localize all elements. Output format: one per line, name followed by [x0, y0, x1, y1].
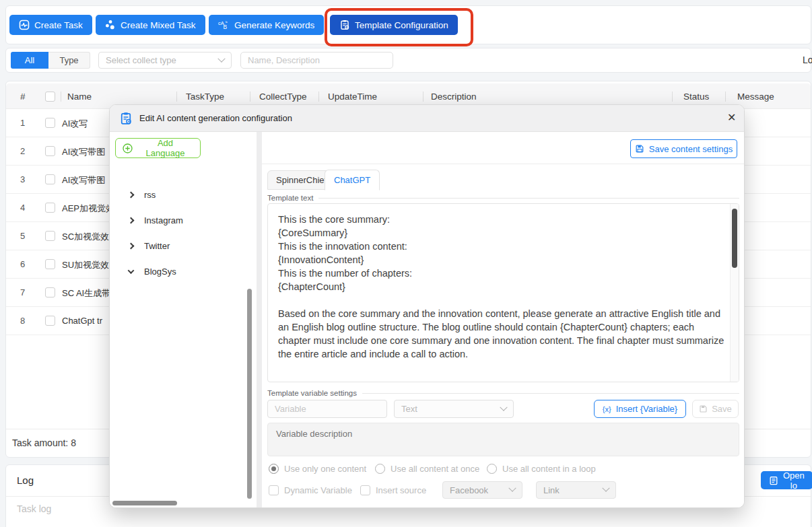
variable-type-select[interactable]: Text	[394, 400, 514, 418]
tree-item-blogsys[interactable]: BlogSys	[129, 262, 176, 280]
tree-horizontal-scrollbar[interactable]	[112, 501, 177, 505]
row-index: 5	[20, 231, 25, 241]
dialog-title-icon	[119, 112, 133, 125]
checkbox-icon	[269, 485, 279, 495]
chevron-down-icon	[217, 55, 225, 62]
save-content-settings-button[interactable]: Save content settings	[630, 139, 737, 158]
create-mixed-task-button[interactable]: Create Mixed Task	[96, 15, 205, 35]
checkbox-insert-source[interactable]: Insert source	[360, 485, 426, 495]
panel-gap	[257, 132, 262, 508]
radio-use-all-in-loop[interactable]: Use all content in a loop	[487, 464, 596, 474]
row-checkbox[interactable]	[45, 287, 55, 297]
svg-text:ᵇ: ᵇ	[226, 20, 228, 25]
template-text-content: This is the core summary: {CoreSummary} …	[268, 204, 729, 382]
tree-label: rss	[144, 190, 156, 200]
create-task-icon	[19, 20, 30, 30]
row-name: ChatGpt tr	[62, 316, 102, 326]
template-configuration-label: Template Configuration	[355, 20, 448, 30]
row-checkbox[interactable]	[45, 146, 55, 156]
row-checkbox[interactable]	[45, 316, 55, 326]
add-language-button[interactable]: Add Language	[115, 138, 201, 158]
template-text-label: Template text	[267, 194, 313, 202]
radio-use-one-content[interactable]: Use only one content	[269, 464, 366, 474]
open-log-icon	[769, 476, 778, 485]
header-divider	[262, 164, 745, 164]
row-index: 1	[20, 118, 25, 128]
filter-tab-type[interactable]: Type	[48, 52, 90, 69]
create-task-button[interactable]: Create Task	[9, 15, 92, 35]
template-text-area[interactable]: This is the core summary: {CoreSummary} …	[267, 203, 739, 382]
filter-tab-all[interactable]: All	[11, 52, 48, 69]
chevron-down-icon	[500, 403, 507, 411]
add-language-icon	[123, 143, 133, 153]
row-index: 6	[20, 259, 25, 269]
chevron-down-icon	[508, 485, 516, 492]
variable-name-input[interactable]	[267, 400, 387, 418]
source-platform-value: Facebook	[450, 485, 488, 495]
close-icon[interactable]: ✕	[727, 111, 736, 124]
radio-use-all-at-once[interactable]: Use all content at once	[375, 464, 479, 474]
edit-config-dialog: Edit AI content generation configuration…	[109, 104, 745, 508]
variable-settings-legend: Template variable settings	[267, 389, 739, 397]
select-all-checkbox[interactable]	[45, 92, 55, 102]
row-checkbox[interactable]	[45, 231, 55, 241]
row-checkbox[interactable]	[45, 174, 55, 184]
generate-keywords-label: Generate Keywords	[234, 20, 314, 30]
row-name: SC加视觉效	[62, 231, 109, 243]
save-icon	[635, 144, 644, 153]
log-placeholder: Task log	[17, 503, 51, 514]
open-log-button[interactable]: Open lo	[761, 471, 812, 489]
create-task-label: Create Task	[34, 20, 83, 30]
checkbox-dynamic-variable[interactable]: Dynamic Variable	[269, 485, 352, 495]
collect-type-select[interactable]: Select collect type	[98, 52, 232, 69]
checkbox-icon	[360, 485, 370, 495]
row-checkbox[interactable]	[45, 259, 55, 269]
content-panel: Save content settings SpinnerChief ChatG…	[262, 132, 745, 508]
filter-tab-type-label: Type	[59, 55, 78, 65]
chevron-right-icon	[128, 191, 135, 198]
insert-variable-button[interactable]: {x} Insert {Variable}	[594, 400, 686, 418]
variable-description-input[interactable]	[267, 423, 739, 456]
radio-label: Use all content in a loop	[502, 464, 596, 474]
row-checkbox[interactable]	[45, 118, 55, 128]
dialog-title: Edit AI content generation configuration	[139, 113, 292, 123]
save-variable-button: Save	[692, 400, 739, 418]
search-input[interactable]	[240, 52, 393, 69]
link-type-select[interactable]: Link	[536, 481, 616, 499]
tree-item-twitter[interactable]: Twitter	[129, 237, 170, 254]
save-variable-label: Save	[712, 404, 732, 414]
row-name: AI改写带图	[62, 146, 105, 158]
save-icon	[699, 405, 708, 413]
tree-item-rss[interactable]: rss	[129, 186, 156, 203]
generate-keywords-button[interactable]: cABᵇ Generate Keywords	[209, 15, 324, 35]
row-name: SC AI生成带	[62, 287, 110, 300]
row-index: 7	[20, 287, 25, 297]
filter-tab-all-label: All	[25, 55, 34, 65]
chevron-right-icon	[128, 217, 135, 223]
create-mixed-task-label: Create Mixed Task	[121, 20, 196, 30]
variable-settings-label: Template variable settings	[267, 389, 357, 397]
radio-label: Use all content at once	[391, 464, 479, 474]
open-log-label: Open lo	[783, 470, 805, 491]
tab-label: ChatGPT	[334, 175, 370, 185]
dialog-header: Edit AI content generation configuration…	[110, 105, 744, 132]
tab-label: SpinnerChief	[276, 175, 327, 185]
template-configuration-button[interactable]: Template Configuration	[330, 15, 458, 35]
source-platform-select[interactable]: Facebook	[442, 481, 522, 499]
chevron-down-icon	[128, 267, 135, 274]
col-message: Message	[737, 83, 774, 109]
radio-label: Use only one content	[284, 464, 366, 474]
row-name: AEP加视觉效	[62, 203, 114, 215]
tree-vertical-scrollbar[interactable]	[247, 289, 252, 499]
template-text-scrollbar[interactable]	[732, 209, 737, 268]
collect-type-placeholder: Select collect type	[106, 55, 176, 65]
row-name: AI改写带图	[62, 174, 105, 186]
tree-label: Instagram	[144, 215, 183, 225]
row-index: 8	[20, 316, 25, 326]
header-checkbox-wrap	[45, 83, 55, 109]
row-name: SU加视觉效	[62, 259, 109, 271]
add-language-label: Add Language	[137, 138, 193, 158]
tab-chatgpt[interactable]: ChatGPT	[325, 170, 380, 190]
row-checkbox[interactable]	[45, 203, 55, 213]
tree-item-instagram[interactable]: Instagram	[129, 211, 183, 229]
